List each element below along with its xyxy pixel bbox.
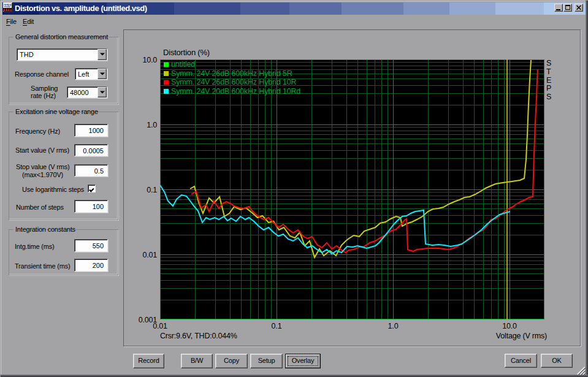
svg-text:Crsr:9.6V, THD:0.044%: Crsr:9.6V, THD:0.044%: [160, 332, 237, 340]
svg-text:0.01: 0.01: [142, 251, 157, 259]
svg-text:0.1: 0.1: [272, 322, 282, 330]
svg-text:Symm. 24V 20dB 600kHz Hybrid 1: Symm. 24V 20dB 600kHz Hybrid 10Rd: [171, 87, 300, 96]
svg-text:0.1: 0.1: [147, 186, 157, 194]
svg-text:0.01: 0.01: [153, 322, 167, 330]
svg-text:10.0: 10.0: [142, 56, 157, 64]
svg-text:1.0: 1.0: [388, 322, 399, 330]
svg-text:untitled: untitled: [171, 60, 195, 69]
svg-text:T: T: [546, 67, 551, 76]
svg-text:Distortion (%): Distortion (%): [163, 48, 210, 57]
svg-text:Symm. 24V 26dB 600kHz Hybrid 5: Symm. 24V 26dB 600kHz Hybrid 5R: [171, 69, 292, 78]
svg-text:S: S: [546, 59, 551, 67]
svg-text:P: P: [546, 84, 551, 93]
svg-text:E: E: [546, 76, 551, 85]
svg-text:Symm. 24V 26dB 600kHz Hybrid 1: Symm. 24V 26dB 600kHz Hybrid 10R: [171, 78, 296, 86]
svg-text:S: S: [546, 93, 551, 101]
svg-text:Voltage (V rms): Voltage (V rms): [496, 332, 547, 340]
svg-text:1.0: 1.0: [147, 121, 157, 129]
svg-text:10.0: 10.0: [502, 322, 517, 330]
